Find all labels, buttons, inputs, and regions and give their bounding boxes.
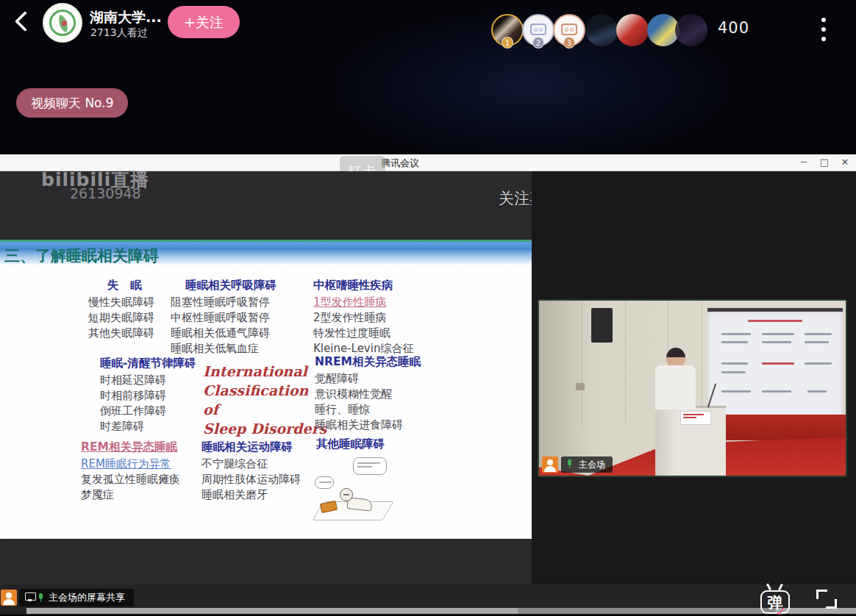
projection-screen: [707, 308, 842, 418]
group-header: 睡眠相关呼吸障碍: [185, 278, 277, 293]
group-item: 慢性失眠障碍: [88, 295, 154, 310]
group-item: 觉醒障碍: [315, 371, 421, 387]
person-icon: [542, 456, 558, 473]
rank2-badge: 2: [532, 37, 544, 49]
microphone-icon: [566, 459, 572, 468]
group-item: 2型发作性睡病: [313, 310, 413, 326]
group-item: 1型发作性睡病: [313, 295, 413, 310]
minimize-button[interactable]: ─: [796, 157, 812, 168]
meeting-video-panel: 主会场: [532, 171, 856, 584]
group-item: 梦魇症: [81, 487, 180, 503]
venue-label-text: 主会场: [579, 459, 605, 470]
share-status-pill: 主会场的屏幕共享: [19, 589, 134, 606]
viewer-count: 2713人看过: [90, 26, 148, 40]
fullscreen-button[interactable]: [815, 588, 838, 610]
close-button[interactable]: ✕: [837, 157, 853, 168]
group-header: 中枢嗜睡性疾病: [313, 278, 413, 293]
bottom-status-bar: 主会场的屏幕共享: [0, 584, 856, 616]
cartoon-head: [340, 488, 353, 501]
video-chat-rank-badge: 视频聊天 No.9: [16, 88, 128, 118]
tv-antenna: [766, 584, 771, 590]
slide-group-circadian: 睡眠-清醒节律障碍 时相延迟障碍 时相前移障碍 倒班工作障碍 时差障碍: [100, 356, 196, 434]
logo-dot: [62, 21, 67, 26]
presentation-slide: 三、了解睡眠相关障碍 失 眠 慢性失眠障碍 短期失眠障碍 其他失眠障碍 睡眠相关…: [0, 240, 532, 539]
channel-name: 湖南大学...: [90, 8, 162, 27]
group-header: 失 眠: [107, 278, 154, 293]
slide-title: 三、了解睡眠相关障碍: [4, 246, 159, 266]
person-icon: [1, 590, 17, 606]
slide-group-insomnia: 失 眠 慢性失眠障碍 短期失眠障碍 其他失眠障碍: [88, 278, 154, 341]
group-item: 时差障碍: [100, 419, 196, 434]
podium-name-card: [680, 411, 711, 425]
microphone-icon: [38, 593, 43, 601]
screen-share-region: 三、了解睡眠相关障碍 失 眠 慢性失眠障碍 短期失眠障碍 其他失眠障碍 睡眠相关…: [0, 171, 532, 584]
scrollbar-thumb[interactable]: [518, 608, 775, 614]
group-item: 复发孤立性睡眠瘫痪: [81, 472, 180, 487]
viewer-avatar[interactable]: [616, 14, 649, 46]
group-item: 不宁腿综合征: [201, 456, 301, 472]
group-item: 阻塞性睡眠呼吸暂停: [171, 295, 277, 310]
follow-button[interactable]: +关注: [168, 6, 240, 38]
live-stream-page: 湖南大学... 2713人看过 +关注 1 2 3 400 视频聊天 No.9 …: [0, 0, 856, 616]
back-icon[interactable]: [10, 10, 35, 35]
group-item: 睡行、睡惊: [315, 402, 421, 418]
venue-video-feed[interactable]: 主会场: [538, 299, 847, 477]
group-item: 意识模糊性觉醒: [315, 387, 421, 402]
slide-group-rem: REM相关异态睡眠 REM睡眠行为异常 复发孤立性睡眠瘫痪 梦魇症: [81, 440, 180, 503]
speech-bubble: [315, 476, 334, 489]
group-header: 睡眠-清醒节律障碍: [100, 356, 196, 371]
group-item: REM睡眠行为异常: [81, 456, 180, 472]
group-item: 倒班工作障碍: [100, 404, 196, 419]
icsd-note: International Classification of Sleep Di…: [203, 362, 328, 438]
horizontal-scrollbar[interactable]: [26, 608, 856, 614]
group-item: 睡眠相关磨牙: [201, 487, 301, 503]
speech-bubble: [353, 457, 387, 475]
icsd-line: Sleep Disorders: [203, 419, 328, 438]
tv-face-icon: [530, 24, 546, 35]
viewer-avatar[interactable]: [585, 14, 618, 46]
maximize-button[interactable]: □: [816, 157, 832, 168]
wall-speaker: [591, 308, 613, 343]
group-item: 时相前移障碍: [100, 388, 196, 404]
wall-plate: [576, 383, 585, 390]
icsd-line: Classification of: [203, 381, 328, 419]
group-item: 短期失眠障碍: [88, 310, 154, 326]
group-item: 其他失眠障碍: [88, 326, 154, 341]
meeting-window-title: 腾讯会议: [381, 157, 419, 170]
group-item: 中枢性睡眠呼吸暂停: [171, 310, 277, 326]
group-item: 睡眠相关进食障碍: [315, 418, 421, 433]
group-header: NREM相关异态睡眠: [315, 354, 421, 370]
slide-title-band: 三、了解睡眠相关障碍: [0, 240, 532, 265]
slide-group-movement: 睡眠相关运动障碍 不宁腿综合征 周期性肢体运动障碍 睡眠相关磨牙: [201, 440, 301, 503]
icsd-line: International: [203, 362, 328, 381]
group-item: 睡眠相关低氧血症: [171, 341, 277, 357]
tv-antenna: [778, 584, 782, 590]
presenter-body: [655, 365, 695, 409]
danmaku-toggle-button[interactable]: 弹 ✓: [759, 584, 793, 616]
group-item: 特发性过度睡眠: [313, 326, 413, 341]
slide-group-other: 其他睡眠障碍: [316, 437, 385, 454]
slide-group-hypersomnia: 中枢嗜睡性疾病 1型发作性睡病 2型发作性睡病 特发性过度睡眠 Kleine-L…: [313, 278, 413, 357]
group-header: REM相关异态睡眠: [81, 440, 180, 455]
group-header: 其他睡眠障碍: [316, 437, 385, 452]
group-item: 睡眠相关低通气障碍: [171, 326, 277, 341]
screen-share-icon: [25, 592, 35, 601]
rank1-badge: 1: [502, 37, 513, 49]
viewer-avatar[interactable]: [675, 14, 707, 46]
rank3-badge: 3: [563, 37, 575, 49]
channel-avatar[interactable]: [43, 3, 82, 43]
online-count: 400: [718, 19, 749, 37]
venue-label: 主会场: [561, 456, 613, 473]
sleep-cartoon: [315, 457, 396, 525]
slide-group-nrem: NREM相关异态睡眠 觉醒障碍 意识模糊性觉醒 睡行、睡惊 睡眠相关进食障碍: [315, 354, 421, 433]
slide-group-breathing: 睡眠相关呼吸障碍 阻塞性睡眠呼吸暂停 中枢性睡眠呼吸暂停 睡眠相关低通气障碍 睡…: [171, 278, 277, 357]
group-header: 睡眠相关运动障碍: [201, 440, 301, 455]
room-id: 26130948: [70, 185, 141, 201]
more-menu-icon[interactable]: [821, 18, 827, 44]
tv-face-icon: [561, 24, 577, 35]
group-item: 周期性肢体运动障碍: [201, 472, 301, 487]
share-status-text: 主会场的屏幕共享: [49, 592, 125, 603]
group-item: 时相延迟障碍: [100, 373, 196, 388]
